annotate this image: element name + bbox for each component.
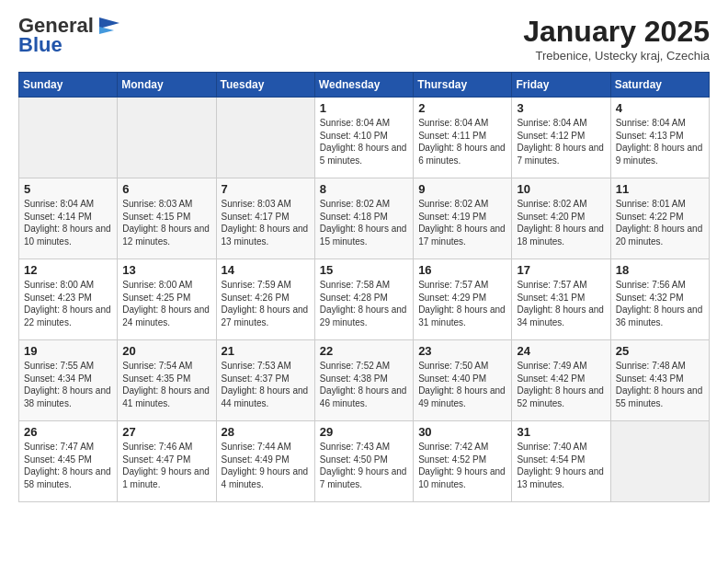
col-header-saturday: Saturday [610, 73, 709, 98]
calendar-header-row: SundayMondayTuesdayWednesdayThursdayFrid… [19, 73, 710, 98]
day-number: 12 [24, 263, 112, 277]
col-header-wednesday: Wednesday [314, 73, 413, 98]
logo: General Blue [18, 15, 121, 57]
day-info: Sunrise: 8:02 AMSunset: 4:19 PMDaylight:… [418, 198, 506, 247]
day-info: Sunrise: 7:50 AMSunset: 4:40 PMDaylight:… [418, 360, 506, 409]
day-info: Sunrise: 7:58 AMSunset: 4:28 PMDaylight:… [320, 279, 408, 328]
day-number: 3 [517, 101, 605, 115]
week-row-2: 5Sunrise: 8:04 AMSunset: 4:14 PMDaylight… [19, 178, 710, 259]
day-info: Sunrise: 8:00 AMSunset: 4:25 PMDaylight:… [122, 279, 210, 328]
day-info: Sunrise: 7:59 AMSunset: 4:26 PMDaylight:… [222, 279, 310, 328]
empty-cell [216, 98, 314, 178]
day-number: 10 [517, 182, 605, 196]
week-row-4: 19Sunrise: 7:55 AMSunset: 4:34 PMDayligh… [19, 340, 710, 421]
day-info: Sunrise: 7:56 AMSunset: 4:32 PMDaylight:… [616, 279, 704, 328]
week-row-1: 1Sunrise: 8:04 AMSunset: 4:10 PMDaylight… [19, 98, 710, 178]
col-header-thursday: Thursday [414, 73, 512, 98]
day-info: Sunrise: 7:49 AMSunset: 4:42 PMDaylight:… [517, 360, 605, 409]
day-number: 16 [418, 263, 506, 277]
col-header-friday: Friday [512, 73, 610, 98]
day-cell-10: 10Sunrise: 8:02 AMSunset: 4:20 PMDayligh… [512, 178, 610, 259]
day-info: Sunrise: 7:54 AMSunset: 4:35 PMDaylight:… [122, 360, 210, 409]
day-number: 20 [122, 344, 210, 358]
day-cell-28: 28Sunrise: 7:44 AMSunset: 4:49 PMDayligh… [216, 421, 314, 502]
day-number: 18 [616, 263, 704, 277]
day-info: Sunrise: 7:55 AMSunset: 4:34 PMDaylight:… [24, 360, 112, 409]
day-number: 26 [24, 425, 112, 439]
day-info: Sunrise: 8:04 AMSunset: 4:13 PMDaylight:… [616, 117, 704, 167]
day-cell-4: 4Sunrise: 8:04 AMSunset: 4:13 PMDaylight… [610, 98, 709, 178]
day-cell-9: 9Sunrise: 8:02 AMSunset: 4:19 PMDaylight… [414, 178, 512, 259]
day-number: 21 [222, 344, 310, 358]
day-info: Sunrise: 8:03 AMSunset: 4:15 PMDaylight:… [122, 198, 210, 247]
day-number: 1 [320, 101, 408, 115]
day-info: Sunrise: 7:53 AMSunset: 4:37 PMDaylight:… [222, 360, 310, 409]
day-cell-30: 30Sunrise: 7:42 AMSunset: 4:52 PMDayligh… [414, 421, 512, 502]
logo-flag-icon [96, 16, 121, 36]
day-cell-3: 3Sunrise: 8:04 AMSunset: 4:12 PMDaylight… [512, 98, 610, 178]
day-info: Sunrise: 8:02 AMSunset: 4:18 PMDaylight:… [320, 198, 408, 247]
day-cell-18: 18Sunrise: 7:56 AMSunset: 4:32 PMDayligh… [610, 259, 709, 340]
location: Trebenice, Ustecky kraj, Czechia [523, 49, 710, 63]
day-info: Sunrise: 8:02 AMSunset: 4:20 PMDaylight:… [517, 198, 605, 247]
day-cell-16: 16Sunrise: 7:57 AMSunset: 4:29 PMDayligh… [414, 259, 512, 340]
day-cell-27: 27Sunrise: 7:46 AMSunset: 4:47 PMDayligh… [118, 421, 216, 502]
day-info: Sunrise: 8:04 AMSunset: 4:12 PMDaylight:… [517, 117, 605, 167]
day-number: 27 [122, 425, 210, 439]
day-info: Sunrise: 7:40 AMSunset: 4:54 PMDaylight:… [517, 441, 605, 490]
day-info: Sunrise: 7:57 AMSunset: 4:31 PMDaylight:… [517, 279, 605, 328]
day-info: Sunrise: 7:57 AMSunset: 4:29 PMDaylight:… [418, 279, 506, 328]
col-header-tuesday: Tuesday [216, 73, 314, 98]
week-row-5: 26Sunrise: 7:47 AMSunset: 4:45 PMDayligh… [19, 421, 710, 502]
day-number: 6 [122, 182, 210, 196]
day-number: 5 [24, 182, 112, 196]
day-number: 11 [616, 182, 704, 196]
day-cell-7: 7Sunrise: 8:03 AMSunset: 4:17 PMDaylight… [216, 178, 314, 259]
day-number: 25 [616, 344, 704, 358]
day-number: 14 [222, 263, 310, 277]
day-cell-29: 29Sunrise: 7:43 AMSunset: 4:50 PMDayligh… [314, 421, 413, 502]
svg-marker-1 [99, 27, 114, 34]
day-cell-6: 6Sunrise: 8:03 AMSunset: 4:15 PMDaylight… [118, 178, 216, 259]
day-cell-15: 15Sunrise: 7:58 AMSunset: 4:28 PMDayligh… [314, 259, 413, 340]
day-cell-22: 22Sunrise: 7:52 AMSunset: 4:38 PMDayligh… [314, 340, 413, 421]
day-number: 23 [418, 344, 506, 358]
day-info: Sunrise: 7:44 AMSunset: 4:49 PMDaylight:… [222, 441, 310, 490]
day-info: Sunrise: 7:47 AMSunset: 4:45 PMDaylight:… [24, 441, 112, 490]
day-cell-11: 11Sunrise: 8:01 AMSunset: 4:22 PMDayligh… [610, 178, 709, 259]
day-number: 17 [517, 263, 605, 277]
day-cell-19: 19Sunrise: 7:55 AMSunset: 4:34 PMDayligh… [19, 340, 118, 421]
day-info: Sunrise: 7:48 AMSunset: 4:43 PMDaylight:… [616, 360, 704, 409]
page-header: General Blue January 2025 Trebenice, Ust… [18, 15, 710, 63]
calendar-table: SundayMondayTuesdayWednesdayThursdayFrid… [18, 72, 710, 502]
day-number: 8 [320, 182, 408, 196]
day-info: Sunrise: 8:01 AMSunset: 4:22 PMDaylight:… [616, 198, 704, 247]
day-number: 9 [418, 182, 506, 196]
col-header-monday: Monday [118, 73, 216, 98]
day-cell-26: 26Sunrise: 7:47 AMSunset: 4:45 PMDayligh… [19, 421, 118, 502]
day-cell-21: 21Sunrise: 7:53 AMSunset: 4:37 PMDayligh… [216, 340, 314, 421]
month-title: January 2025 [523, 15, 710, 49]
day-info: Sunrise: 8:00 AMSunset: 4:23 PMDaylight:… [24, 279, 112, 328]
day-number: 24 [517, 344, 605, 358]
day-info: Sunrise: 8:04 AMSunset: 4:11 PMDaylight:… [418, 117, 506, 167]
day-cell-5: 5Sunrise: 8:04 AMSunset: 4:14 PMDaylight… [19, 178, 118, 259]
day-info: Sunrise: 8:04 AMSunset: 4:14 PMDaylight:… [24, 198, 112, 247]
svg-marker-0 [99, 17, 119, 29]
day-number: 31 [517, 425, 605, 439]
day-number: 29 [320, 425, 408, 439]
day-cell-23: 23Sunrise: 7:50 AMSunset: 4:40 PMDayligh… [414, 340, 512, 421]
day-number: 19 [24, 344, 112, 358]
day-cell-13: 13Sunrise: 8:00 AMSunset: 4:25 PMDayligh… [118, 259, 216, 340]
day-info: Sunrise: 7:52 AMSunset: 4:38 PMDaylight:… [320, 360, 408, 409]
day-cell-8: 8Sunrise: 8:02 AMSunset: 4:18 PMDaylight… [314, 178, 413, 259]
day-cell-1: 1Sunrise: 8:04 AMSunset: 4:10 PMDaylight… [314, 98, 413, 178]
day-number: 4 [616, 101, 704, 115]
title-block: January 2025 Trebenice, Ustecky kraj, Cz… [523, 15, 710, 63]
day-info: Sunrise: 8:04 AMSunset: 4:10 PMDaylight:… [320, 117, 408, 167]
day-number: 30 [418, 425, 506, 439]
empty-cell [19, 98, 118, 178]
day-number: 15 [320, 263, 408, 277]
day-cell-31: 31Sunrise: 7:40 AMSunset: 4:54 PMDayligh… [512, 421, 610, 502]
week-row-3: 12Sunrise: 8:00 AMSunset: 4:23 PMDayligh… [19, 259, 710, 340]
